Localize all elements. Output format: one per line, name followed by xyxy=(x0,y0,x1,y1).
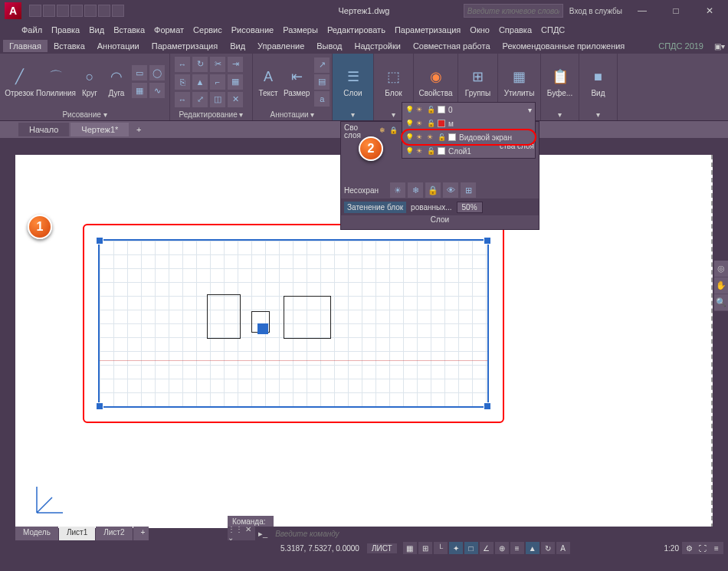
tool-erase-icon[interactable]: ✕ xyxy=(228,92,243,107)
layer-tool-1-icon[interactable]: ☀ xyxy=(390,182,405,198)
tool-table-icon[interactable]: ▤ xyxy=(314,74,330,90)
lock-icon[interactable]: 🔓 xyxy=(427,106,435,113)
tool-copy-icon[interactable]: ⎘ xyxy=(175,74,190,90)
maximize-button[interactable]: □ xyxy=(662,3,690,18)
status-anno-icon[interactable]: A xyxy=(556,542,570,554)
qat-open-icon[interactable] xyxy=(43,5,55,17)
ribbon-tab-collab[interactable]: Совместная работа xyxy=(407,40,497,52)
tool-groups[interactable]: ⊞Группы xyxy=(463,66,493,97)
command-handle-icon[interactable]: ⋮⋮ ✕ ⌄ xyxy=(228,527,255,540)
tool-utilities[interactable]: ▦Утилиты xyxy=(503,66,536,97)
qat-plot-icon[interactable] xyxy=(84,5,97,17)
layout-tab-sheet2[interactable]: Лист2 xyxy=(96,527,132,540)
menu-dimension[interactable]: Размеры xyxy=(283,25,318,34)
status-scale[interactable]: 1:20 xyxy=(664,544,679,553)
tool-dimension[interactable]: ⇤Размер xyxy=(284,66,310,97)
grip-tr[interactable] xyxy=(484,237,491,244)
sun-icon[interactable]: ☀ xyxy=(416,133,424,141)
lock-icon[interactable]: 🔓 xyxy=(438,133,445,141)
layer-tool-4-icon[interactable]: 👁 xyxy=(443,182,458,198)
menu-window[interactable]: Окно xyxy=(470,25,490,34)
status-ortho-icon[interactable]: └ xyxy=(434,542,448,554)
menu-modify[interactable]: Редактировать xyxy=(327,25,385,34)
tool-hatch-icon[interactable]: ▦ xyxy=(132,83,147,98)
menu-insert[interactable]: Вставка xyxy=(113,25,145,34)
help-search-input[interactable] xyxy=(464,4,563,18)
layer-lock-all-icon[interactable]: 🔒 xyxy=(389,126,397,134)
panel-layers-arrow[interactable]: ▾ xyxy=(337,108,369,120)
doc-tab-drawing1[interactable]: Чертеж1* xyxy=(71,123,129,136)
status-transparency-icon[interactable]: ▲ xyxy=(526,542,539,554)
menu-file[interactable]: Файл xyxy=(21,25,42,34)
tool-offset-icon[interactable]: ◫ xyxy=(210,92,225,107)
nav-pan-icon[interactable]: ✋ xyxy=(714,277,728,294)
status-space-toggle[interactable]: ЛИСТ xyxy=(367,543,397,553)
status-cycle-icon[interactable]: ↻ xyxy=(541,542,555,554)
status-snap-icon[interactable]: ⊞ xyxy=(418,542,432,554)
tool-spline-icon[interactable]: ∿ xyxy=(149,83,165,98)
tool-mirror-icon[interactable]: ▲ xyxy=(192,74,208,90)
status-customize-icon[interactable]: ≡ xyxy=(710,542,723,554)
tool-rect-icon[interactable]: ▭ xyxy=(132,65,147,80)
layer-tool-3-icon[interactable]: 🔒 xyxy=(425,182,441,198)
qat-save-icon[interactable] xyxy=(57,5,69,17)
tool-trim-icon[interactable]: ✂ xyxy=(210,57,225,72)
status-lwt-icon[interactable]: ≡ xyxy=(510,542,524,554)
tool-stretch-icon[interactable]: ↔ xyxy=(175,92,190,107)
layout-tab-model[interactable]: Модель xyxy=(15,527,58,540)
sun-icon[interactable]: ☀ xyxy=(416,147,424,155)
layer-item-viewport[interactable]: 💡☀☀🔓 Видовой экран xyxy=(402,130,535,144)
ribbon-tab-addins[interactable]: Надстройки xyxy=(349,40,407,52)
ribbon-tab-spds[interactable]: СПДС 2019 xyxy=(652,40,710,52)
tool-extend-icon[interactable]: ⇥ xyxy=(228,57,243,72)
qat-redo-icon[interactable] xyxy=(112,5,124,17)
tool-line[interactable]: ╱Отрезок xyxy=(5,66,34,97)
layer-freeze-all-icon[interactable]: ❄ xyxy=(379,126,387,134)
status-coordinates[interactable]: 5.3187, 7.5327, 0.0000 xyxy=(280,544,359,553)
status-gear-icon[interactable]: ⚙ xyxy=(682,542,696,554)
layer-item-1[interactable]: 💡☀🔓 м xyxy=(402,116,535,130)
sun-icon[interactable]: ☀ xyxy=(416,120,424,127)
bulb-icon[interactable]: 💡 xyxy=(405,133,413,141)
tool-ellipse-icon[interactable]: ◯ xyxy=(149,65,165,80)
menu-help[interactable]: Справка xyxy=(499,25,532,34)
doc-tab-start[interactable]: Начало xyxy=(18,123,69,136)
shade-value-input[interactable]: 50% xyxy=(457,202,483,213)
menu-spds[interactable]: СПДС xyxy=(541,25,565,34)
layer-item-0[interactable]: 💡☀🔓 0 ▾ xyxy=(402,103,535,116)
tool-text2-icon[interactable]: a xyxy=(314,91,330,107)
signin-button[interactable]: Вход в службы xyxy=(569,7,622,15)
close-button[interactable]: ✕ xyxy=(696,3,723,18)
tool-layers[interactable]: ☰Слои xyxy=(337,66,369,97)
tool-fillet-icon[interactable]: ⌐ xyxy=(210,74,225,90)
tool-leader-icon[interactable]: ↗ xyxy=(314,57,330,73)
grip-tl[interactable] xyxy=(96,237,103,244)
grip-bl[interactable] xyxy=(96,402,103,410)
app-icon[interactable]: A xyxy=(5,2,21,19)
menu-format[interactable]: Формат xyxy=(154,25,184,34)
viewport-rectangle[interactable] xyxy=(98,239,489,408)
ucs-icon[interactable] xyxy=(34,482,67,516)
ribbon-tab-parametric[interactable]: Параметризация xyxy=(146,40,224,52)
menu-parametric[interactable]: Параметризация xyxy=(395,25,461,34)
menu-tools[interactable]: Сервис xyxy=(193,25,222,34)
panel-annot-title[interactable]: Аннотации ▾ xyxy=(257,108,327,120)
tool-array-icon[interactable]: ▦ xyxy=(228,74,243,90)
layer-tool-2-icon[interactable]: ❄ xyxy=(408,182,423,198)
qat-undo-icon[interactable] xyxy=(98,5,110,17)
panel-clip-arrow[interactable]: ▾ xyxy=(546,108,574,120)
shade-lock-button[interactable]: Затенение блок xyxy=(344,202,406,213)
tool-block[interactable]: ⬚Блок xyxy=(379,66,408,97)
menu-draw[interactable]: Рисование xyxy=(231,25,274,34)
layer-tool-5-icon[interactable]: ⊞ xyxy=(461,182,476,198)
bulb-icon[interactable]: 💡 xyxy=(405,147,413,155)
tool-scale-icon[interactable]: ⤢ xyxy=(192,92,208,107)
ribbon-tab-insert[interactable]: Вставка xyxy=(48,40,91,52)
drawn-rect-1[interactable] xyxy=(207,294,241,339)
panel-view-arrow[interactable]: ▾ xyxy=(584,108,612,120)
minimize-button[interactable]: — xyxy=(628,3,656,18)
lock-icon[interactable]: 🔓 xyxy=(427,120,435,127)
tool-polyline[interactable]: ⌒Полилиния xyxy=(38,66,74,97)
layout-tab-sheet1[interactable]: Лист1 xyxy=(59,527,95,540)
status-osnap-icon[interactable]: □ xyxy=(464,542,478,554)
